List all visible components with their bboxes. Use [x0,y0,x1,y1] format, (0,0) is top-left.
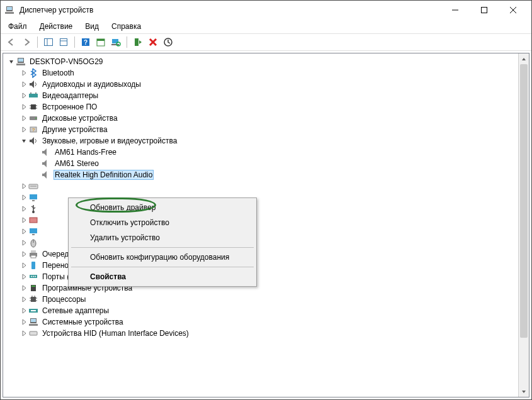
window-title: Диспетчер устройств [20,6,441,14]
mouse-icon [28,238,38,248]
category-audio-io[interactable]: Аудиовходы и аудиовыходы [4,79,517,90]
expand-icon[interactable] [20,81,28,87]
separator [74,36,75,48]
scrollbar-thumb[interactable] [520,64,528,338]
root-label: DESKTOP-VN5OG29 [28,57,104,66]
device-label: Realtek High Definition Audio [54,170,154,180]
category-hidden-1[interactable] [4,181,517,192]
menu-view[interactable]: Вид [82,21,101,32]
menu-disable-device[interactable]: Отключить устройство [70,215,255,230]
expand-icon[interactable] [20,308,28,314]
svg-rect-44 [30,228,37,233]
expand-icon[interactable] [20,194,28,201]
expand-icon[interactable] [20,70,28,76]
device-label: AM61 Hands-Free [54,148,118,157]
svg-rect-25 [29,94,38,97]
expand-icon[interactable] [20,228,28,235]
keyboard-icon [28,181,38,191]
category-system[interactable]: Системные устройства [4,316,517,328]
category-label: Устройства HID (Human Interface Devices) [41,329,190,338]
menu-help[interactable]: Справка [109,21,144,32]
category-network[interactable]: Сетевые адаптеры [4,305,517,316]
menu-uninstall-device[interactable]: Удалить устройство [70,230,255,245]
menu-separator [71,247,254,248]
expand-icon[interactable] [20,274,28,280]
svg-rect-4 [482,8,487,13]
menu-file[interactable]: Файл [6,21,30,32]
category-bluetooth[interactable]: Bluetooth [4,67,517,79]
category-hid[interactable]: Устройства HID (Human Interface Devices) [4,328,517,339]
menu-properties[interactable]: Свойства [70,269,255,284]
scan-hardware-button[interactable] [109,35,123,49]
scrollbar-track[interactable] [519,64,529,386]
tree-root[interactable]: DESKTOP-VN5OG29 [4,56,517,67]
svg-rect-27 [35,92,37,94]
svg-rect-2 [5,12,14,14]
portable-device-icon [28,260,38,270]
svg-point-55 [35,276,36,277]
collapse-icon[interactable] [7,58,16,65]
uninstall-device-button[interactable] [146,35,160,49]
expand-icon[interactable] [20,262,28,269]
category-other[interactable]: ? Другие устройства [4,124,517,135]
svg-rect-1 [7,7,12,10]
category-video[interactable]: Видеоадаптеры [4,90,517,101]
close-button[interactable] [499,1,528,19]
calendar-button[interactable] [94,35,108,49]
category-label [41,182,45,191]
device-realtek-audio[interactable]: Realtek High Definition Audio [4,169,517,181]
expand-icon[interactable] [20,240,28,246]
menu-action[interactable]: Действие [37,21,76,32]
category-label [41,204,45,213]
expand-icon[interactable] [20,296,28,303]
category-disk[interactable]: Дисковые устройства [4,113,517,124]
expand-icon[interactable] [20,319,28,325]
menu-scan-hardware[interactable]: Обновить конфигурацию оборудования [70,250,255,265]
disk-icon [28,113,38,123]
expand-icon[interactable] [20,126,28,133]
help-button[interactable]: ? [79,35,93,49]
device-am61-stereo[interactable]: AM61 Stereo [4,158,517,169]
software-device-icon [28,283,38,293]
expand-icon[interactable] [20,330,28,336]
collapse-icon[interactable] [20,138,28,144]
scroll-up-button[interactable] [519,53,529,64]
vertical-scrollbar[interactable] [518,53,529,397]
monitor-icon [28,226,38,236]
properties-button[interactable] [57,35,71,49]
svg-text:?: ? [84,39,88,46]
category-label: Сетевые адаптеры [41,306,110,315]
back-button[interactable] [4,35,18,49]
speaker-icon [41,158,51,169]
expand-icon[interactable] [20,115,28,121]
expand-icon[interactable] [20,183,28,189]
expand-icon[interactable] [20,104,28,110]
maximize-button[interactable] [470,1,499,19]
printer-icon [28,249,38,259]
category-cpu[interactable]: Процессоры [4,294,517,305]
minimize-button[interactable] [441,1,470,19]
menu-separator [71,267,254,267]
menu-update-driver[interactable]: Обновить драйвер [70,200,255,215]
svg-rect-24 [16,64,25,65]
show-hide-tree-button[interactable] [42,35,55,49]
bluetooth-icon [28,68,38,78]
category-sound[interactable]: Звуковые, игровые и видеоустройства [4,135,517,147]
scroll-down-button[interactable] [519,386,529,397]
enable-device-button[interactable] [131,35,145,49]
usb-icon [28,204,38,214]
update-driver-button[interactable] [161,35,175,49]
expand-icon[interactable] [20,251,28,257]
expand-icon[interactable] [20,217,28,223]
category-firmware[interactable]: Встроенное ПО [4,101,517,113]
svg-rect-58 [31,297,36,302]
expand-icon[interactable] [20,285,28,291]
device-label: AM61 Stereo [54,159,100,168]
category-label: Видеоадаптеры [41,91,99,100]
expand-icon[interactable] [20,206,28,212]
toolbar: ? [1,33,531,51]
expand-icon[interactable] [20,92,28,99]
device-am61-handsfree[interactable]: AM61 Hands-Free [4,147,517,158]
forward-button[interactable] [20,35,33,49]
titlebar: Диспетчер устройств [1,1,531,19]
